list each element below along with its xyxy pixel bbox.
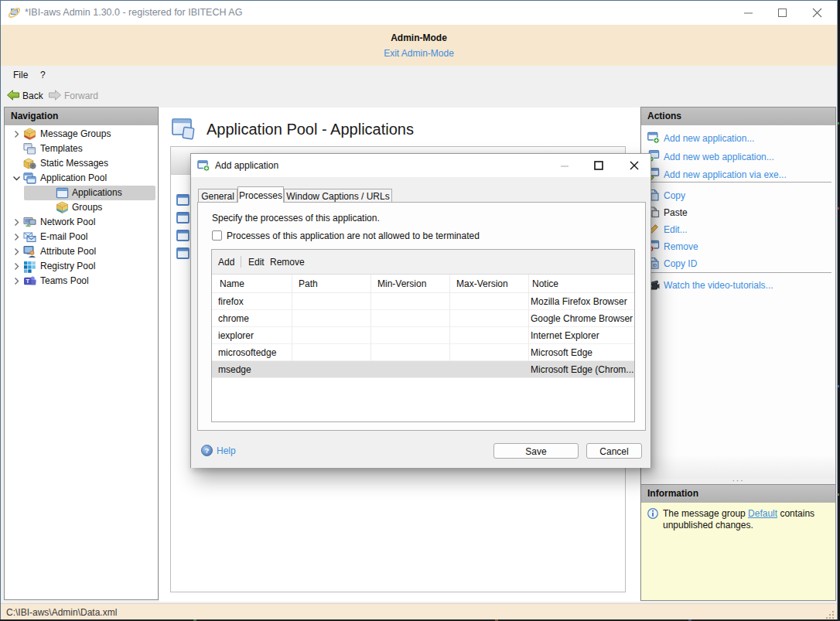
action-watch-the-video-tutorials[interactable]: Watch the video-tutorials... (641, 278, 835, 292)
chevron-right-icon[interactable] (11, 217, 22, 228)
action-add-new-application-via-exe[interactable]: Add new application via exe... (641, 168, 835, 181)
tree-item-templates[interactable]: Templates (5, 142, 158, 156)
chevron-right-icon[interactable] (11, 275, 22, 287)
tree-item-applications[interactable]: Applications (5, 186, 158, 200)
process-row-iexplorer[interactable]: iexplorerInternet Explorer (212, 327, 634, 344)
resize-grip-icon[interactable] (825, 610, 835, 619)
tree-item-groups[interactable]: Groups (5, 200, 158, 215)
cell-name: chrome (218, 313, 289, 324)
svg-text:?: ? (205, 446, 210, 455)
window-close-icon[interactable] (811, 7, 823, 19)
action-add-new-web-application[interactable]: Add new web application... (641, 150, 835, 163)
tree-item-registry-pool[interactable]: Registry Pool (5, 259, 158, 274)
information-header: Information (641, 485, 835, 503)
back-arrow-icon[interactable] (6, 89, 20, 101)
attribute-pool-icon (23, 245, 36, 258)
exit-admin-mode-link[interactable]: Exit Admin-Mode (1, 48, 837, 59)
application-row-icon[interactable] (176, 194, 190, 206)
info-text-before: The message group (663, 508, 748, 519)
column-separator (528, 275, 529, 361)
tree-item-static-messages[interactable]: Static Messages (5, 156, 158, 171)
forward-button: Forward (64, 90, 98, 101)
tab-processes[interactable]: Processes (237, 186, 284, 203)
admin-mode-banner: Admin-Mode Exit Admin-Mode (1, 25, 837, 66)
teams-pool-icon: T (23, 275, 36, 288)
action-label: Add new application via exe... (664, 169, 787, 180)
processes-tab-page: Specify the processes of this applicatio… (197, 202, 646, 431)
panel-splitter[interactable]: ··· (640, 479, 836, 484)
help-link[interactable]: Help (217, 445, 236, 456)
column-header-path[interactable]: Path (299, 278, 318, 289)
tree-item-attribute-pool[interactable]: Attribute Pool (5, 244, 158, 259)
column-header-max-version[interactable]: Max-Version (456, 278, 508, 289)
process-remove-button[interactable]: Remove (270, 257, 305, 268)
window-minimize-icon[interactable] (743, 7, 754, 19)
action-add-new-application[interactable]: Add new application... (641, 131, 835, 145)
save-button[interactable]: Save (493, 443, 579, 459)
process-row-chrome[interactable]: chromeGoogle Chrome Browser (212, 310, 634, 327)
groups-icon (56, 201, 69, 214)
terminate-checkbox[interactable] (212, 230, 222, 241)
chevron-down-icon[interactable] (11, 172, 22, 184)
action-edit[interactable]: Edit... (641, 223, 835, 236)
application-row-icon[interactable] (176, 247, 190, 259)
chevron-right-icon[interactable] (11, 231, 22, 243)
tree-item-label: E-mail Pool (40, 230, 87, 244)
tree-item-message-groups[interactable]: Message Groups (5, 127, 158, 142)
actions-panel: Actions Add new application...Add new we… (640, 107, 836, 484)
process-edit-button[interactable]: Edit (248, 257, 265, 268)
toolbar-separator (241, 256, 241, 268)
app-window: *IBI-aws Admin 1.30.0 - registered for I… (0, 0, 838, 619)
tree-item-e-mail-pool[interactable]: E-mail Pool (5, 230, 158, 244)
column-header-name[interactable]: Name (220, 278, 244, 289)
process-row-microsoftedge[interactable]: microsoftedgeMicrosoft Edge (212, 344, 634, 361)
help-icon[interactable]: ? (201, 445, 213, 456)
svg-text:ID: ID (653, 263, 657, 268)
dialog-title: Add application (215, 160, 278, 171)
column-header-notice[interactable]: Notice (532, 278, 558, 289)
applications-icon (56, 186, 69, 200)
application-row-icon[interactable] (176, 230, 190, 241)
menu-bar: File ? (1, 66, 837, 85)
actions-separator (647, 182, 831, 183)
tab-window-captions-urls[interactable]: Window Captions / URLs (284, 189, 392, 203)
menu-file[interactable]: File (13, 70, 28, 80)
back-button[interactable]: Back (22, 90, 43, 101)
window-maximize-icon[interactable] (777, 7, 788, 19)
process-list-toolbar: Add Edit Remove (212, 250, 634, 275)
window-title: *IBI-aws Admin 1.30.0 - registered for I… (25, 7, 242, 18)
application-row-icon[interactable] (176, 212, 190, 223)
actions-header: Actions (641, 107, 835, 125)
dialog-footer: ? Help Save Cancel (191, 431, 650, 468)
action-copy-id[interactable]: IDCopy ID (641, 257, 835, 270)
process-row-msedge[interactable]: msedgeMicrosoft Edge (Chrom... (212, 361, 634, 378)
tab-general[interactable]: General (198, 189, 237, 203)
column-header-min-version[interactable]: Min-Version (377, 278, 426, 289)
tree-item-label: Applications (72, 186, 122, 200)
information-panel: Information The message group Default co… (640, 484, 836, 601)
menu-help[interactable]: ? (40, 70, 46, 80)
process-row-firefox[interactable]: firefoxMozilla Firefox Browser (212, 293, 634, 310)
cancel-button[interactable]: Cancel (586, 443, 642, 459)
default-group-link[interactable]: Default (748, 508, 777, 519)
cell-name: iexplorer (218, 330, 289, 341)
tree-item-application-pool[interactable]: Application Pool (5, 171, 158, 186)
dialog-maximize-icon[interactable] (594, 161, 603, 170)
network-pool-icon (23, 216, 36, 229)
chevron-right-icon[interactable] (11, 128, 22, 140)
action-copy[interactable]: Copy (641, 189, 835, 202)
action-paste[interactable]: Paste (641, 206, 835, 219)
tree-item-teams-pool[interactable]: TTeams Pool (5, 274, 158, 288)
dialog-close-icon[interactable] (630, 161, 639, 170)
tree-item-label: Static Messages (40, 156, 108, 171)
chevron-right-icon[interactable] (11, 261, 22, 272)
navigation-header: Navigation (5, 107, 158, 125)
actions-separator (647, 272, 831, 273)
static-messages-icon (23, 157, 36, 170)
action-remove[interactable]: Remove (641, 240, 835, 253)
application-pool-icon (23, 172, 36, 185)
chevron-right-icon[interactable] (11, 246, 22, 258)
add-application-dialog: Add application General Processes Window… (190, 153, 651, 468)
tree-item-network-pool[interactable]: Network Pool (5, 215, 158, 230)
process-add-button[interactable]: Add (218, 257, 234, 268)
